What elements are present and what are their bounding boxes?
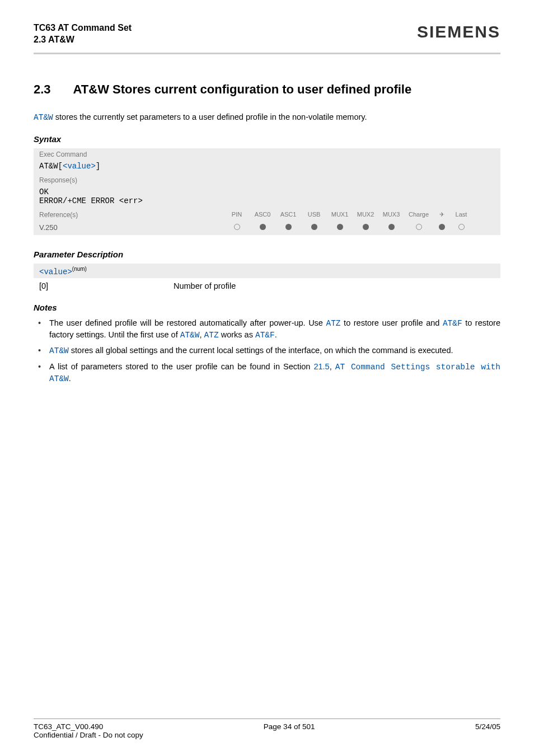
col-mux1: MUX1 [327,211,353,218]
reference-dots [224,223,495,232]
note3-e: . [69,374,71,383]
dot-mux1 [327,223,353,232]
syntax-box: Exec Command AT&W[<value>] Response(s) O… [34,148,500,235]
note3-c: , [330,362,335,371]
col-mux2: MUX2 [353,211,378,218]
exec-command: AT&W[<value>] [34,161,500,174]
footer-divider [34,719,500,719]
circle-empty-icon [416,224,422,230]
reference-header-row: Reference(s) PIN ASC0 ASC1 USB MUX1 MUX2… [34,209,500,221]
intro-paragraph: AT&W stores the currently set parameters… [34,112,500,122]
page-header: TC63 AT Command Set 2.3 AT&W SIEMENS [34,22,500,50]
link-atz-2[interactable]: ATZ [204,331,219,340]
note1-k: . [275,330,277,339]
syntax-heading: Syntax [34,134,500,144]
note1-i: works as [219,330,255,339]
section-heading-text: AT&W Stores current configuration to use… [73,82,412,96]
page-footer: TC63_ATC_V00.490 Page 34 of 501 5/24/05 … [34,719,500,739]
dot-airplane [433,223,450,232]
footer-date: 5/24/05 [475,722,500,731]
link-atf[interactable]: AT&F [443,319,462,328]
parameter-heading: Parameter Description [34,250,500,259]
circle-empty-icon [458,224,465,230]
reference-value-row: V.250 [34,221,500,235]
response-body: OK ERROR/+CME ERROR <err> [34,186,500,209]
parameter-box: <value>(num) [34,264,500,279]
link-atf-2[interactable]: AT&F [255,331,275,340]
dot-last [450,223,472,232]
notes-heading: Notes [34,303,500,312]
circle-filled-icon [260,224,266,230]
col-charge: Charge [404,211,433,218]
circle-filled-icon [363,224,369,230]
note3-a: A list of parameters stored to the user … [49,362,313,371]
dot-mux2 [353,223,378,232]
reference-value: V.250 [39,223,224,232]
circle-filled-icon [337,224,343,230]
link-atw-2[interactable]: AT&W [49,346,69,355]
header-divider [34,53,500,54]
footer-confidential: Confidential / Draft - Do not copy [34,731,500,739]
link-atw[interactable]: AT&W [180,331,200,340]
col-usb: USB [301,211,327,218]
dot-pin [224,223,250,232]
link-atz[interactable]: ATZ [326,319,340,328]
note2-b: stores all global settings and the curre… [69,346,453,355]
col-asc1: ASC1 [275,211,301,218]
circle-filled-icon [439,224,445,230]
intro-cmd-link[interactable]: AT&W [34,113,53,122]
note-item-1: The user defined profile will be restore… [44,318,500,341]
exec-command-label: Exec Command [34,148,500,161]
param-name-link[interactable]: <value> [39,267,72,276]
circle-empty-icon [234,224,240,230]
circle-filled-icon [311,224,317,230]
footer-row-1: TC63_ATC_V00.490 Page 34 of 501 5/24/05 [34,722,500,731]
response-label: Response(s) [34,174,500,186]
col-mux3: MUX3 [378,211,404,218]
param-desc: Number of profile [174,281,236,290]
dot-asc0 [250,223,275,232]
col-asc0: ASC0 [250,211,275,218]
circle-filled-icon [285,224,292,230]
note1-a: The user defined profile will be restore… [49,318,326,327]
reference-columns: PIN ASC0 ASC1 USB MUX1 MUX2 MUX3 Charge … [224,211,495,218]
exec-cmd-prefix: AT&W[ [39,162,63,171]
note-item-2: AT&W stores all global settings and the … [44,345,500,357]
param-sup: (num) [72,266,87,272]
col-pin: PIN [224,211,250,218]
section-ref: 2.3 AT&W [34,34,132,46]
footer-page-number: Page 34 of 501 [264,722,315,731]
dot-charge [404,223,433,232]
brand-logo: SIEMENS [417,22,500,41]
dot-usb [301,223,327,232]
product-title: TC63 AT Command Set [34,22,132,34]
section-number: 2.3 [34,82,51,97]
circle-filled-icon [388,224,395,230]
param-row: [0] Number of profile [34,281,500,290]
reference-label: Reference(s) [39,211,224,219]
response-line-error: ERROR/+CME ERROR <err> [39,196,495,205]
response-line-ok: OK [39,187,495,196]
exec-cmd-param-link[interactable]: <value> [63,162,96,171]
note-item-3: A list of parameters stored to the user … [44,361,500,384]
footer-doc-id: TC63_ATC_V00.490 [34,722,103,731]
note1-c: to restore user profile and [341,318,443,327]
intro-rest: stores the currently set parameters to a… [53,112,367,121]
exec-cmd-suffix: ] [96,162,100,171]
link-section-21-5[interactable]: 21.5 [313,362,329,371]
param-key: [0] [34,281,174,290]
notes-list: The user defined profile will be restore… [34,318,500,384]
dot-mux3 [378,223,404,232]
col-airplane-icon: ✈ [433,211,450,218]
note1-g: , [200,330,204,339]
col-last: Last [450,211,472,218]
dot-asc1 [275,223,301,232]
header-left: TC63 AT Command Set 2.3 AT&W [34,22,132,46]
section-title: 2.3AT&W Stores current configuration to … [34,82,500,97]
